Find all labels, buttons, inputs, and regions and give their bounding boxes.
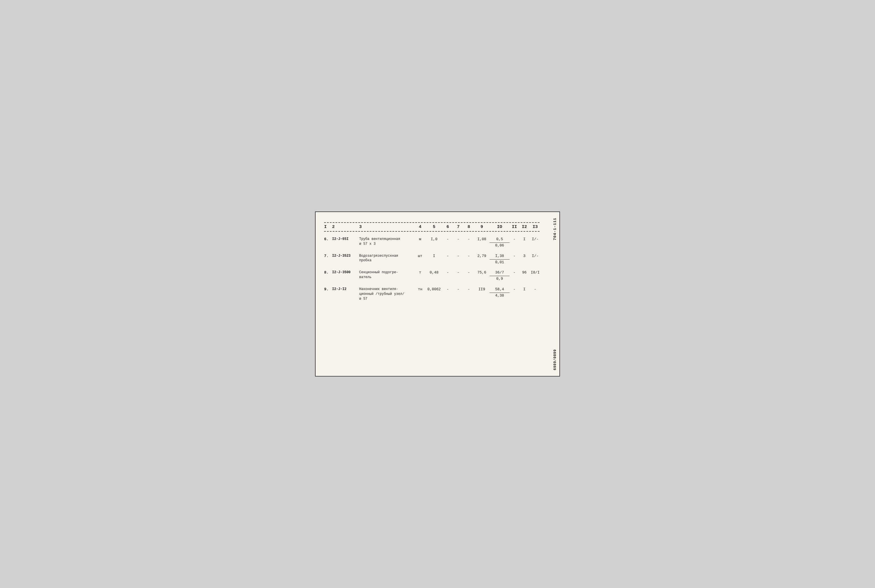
- row-col12: 3: [519, 254, 529, 259]
- row-num: 6.: [324, 237, 332, 242]
- table-row: 8. I2-J-3500 Секционный подогре- ватель …: [324, 270, 540, 282]
- row-col12: 96: [519, 270, 529, 276]
- document-page: 704-1-111 6989/0899 I 2 3 4 5 6 7 8 9 IO…: [315, 212, 560, 376]
- row-col4: м: [415, 237, 425, 242]
- row-code: I2-J-I2: [332, 287, 359, 292]
- header-col5: 5: [425, 225, 443, 230]
- table-row: 7. I2-J-3523 Водозагрязеспускная пробка …: [324, 254, 540, 265]
- row-col12: I: [519, 237, 529, 242]
- header-col13: I3: [529, 225, 541, 230]
- row-col5: I: [425, 254, 443, 259]
- table-header: I 2 3 4 5 6 7 8 9 IO II I2 I3: [324, 225, 540, 230]
- row-col7: -: [453, 237, 464, 242]
- header-col6: 6: [443, 225, 453, 230]
- row-num: 9.: [324, 287, 332, 292]
- row-col8: -: [464, 270, 474, 276]
- row-col4: т: [415, 270, 425, 276]
- row-col6: -: [443, 287, 453, 292]
- row-name: Секционный подогре- ватель: [359, 270, 415, 280]
- row-col10: 36/7 0,9: [490, 270, 510, 282]
- header-col3: 3: [359, 225, 415, 230]
- row-code: I2-J-3500: [332, 270, 359, 275]
- header-col2: 2: [332, 225, 359, 230]
- row-col11: -: [510, 287, 519, 292]
- side-label-bottom: 6989/0899: [553, 349, 557, 370]
- table-row: 9. I2-J-I2 Наконечник вентиля- ционный /…: [324, 287, 540, 301]
- row-name: Наконечник вентиля- ционный /трубный узе…: [359, 287, 415, 301]
- row-code: I2-J-3523: [332, 254, 359, 258]
- row-col5: 0,48: [425, 270, 443, 276]
- row-col8: -: [464, 237, 474, 242]
- row-col10: 58,4 4,38: [490, 287, 510, 298]
- row-col6: -: [443, 270, 453, 276]
- row-col11: -: [510, 237, 519, 242]
- header-col10: IO: [490, 225, 510, 230]
- header-col7: 7: [453, 225, 464, 230]
- side-label-top: 704-1-111: [553, 218, 557, 240]
- row-col7: -: [453, 254, 464, 259]
- row-col13: I/-: [529, 237, 541, 242]
- row-col9: 75,6: [474, 270, 490, 276]
- row-col6: -: [443, 254, 453, 259]
- row-col9: 2,79: [474, 254, 490, 259]
- header-col12: I2: [519, 225, 529, 230]
- row-col5: I,0: [425, 237, 443, 242]
- row-col8: -: [464, 254, 474, 259]
- row-code: I2-J-65I: [332, 237, 359, 242]
- header-bottom-dashed-line: [324, 231, 540, 232]
- header-col9: 9: [474, 225, 490, 230]
- row-col7: -: [453, 287, 464, 292]
- row-col6: -: [443, 237, 453, 242]
- row-num: 8.: [324, 270, 332, 276]
- row-col13: -: [529, 287, 541, 292]
- row-col9: II9: [474, 287, 490, 292]
- header-col8: 8: [464, 225, 474, 230]
- header-col1: I: [324, 225, 332, 230]
- row-name: Труба вентиляционная ø 57 x 3: [359, 237, 415, 246]
- row-col9: I,08: [474, 237, 490, 242]
- header-col11: II: [510, 225, 519, 230]
- row-col4: шт: [415, 254, 425, 259]
- row-col11: -: [510, 270, 519, 276]
- row-name: Водозагрязеспускная пробка: [359, 254, 415, 263]
- content-area: I 2 3 4 5 6 7 8 9 IO II I2 I3 6. I2-J-65…: [324, 222, 540, 301]
- row-col10: 0,5 0,06: [490, 237, 510, 249]
- row-col13: I/-: [529, 254, 541, 259]
- row-col8: -: [464, 287, 474, 292]
- header-col4: 4: [415, 225, 425, 230]
- table-row: 6. I2-J-65I Труба вентиляционная ø 57 x …: [324, 237, 540, 249]
- row-col5: 0,0062: [425, 287, 443, 292]
- row-col13: I8/I: [529, 270, 541, 276]
- top-dashed-line: [324, 222, 540, 223]
- row-col12: I: [519, 287, 529, 292]
- row-col4: тн: [415, 287, 425, 292]
- row-col11: -: [510, 254, 519, 259]
- row-col10: I,38 0,01: [490, 254, 510, 265]
- row-num: 7.: [324, 254, 332, 259]
- row-col7: -: [453, 270, 464, 276]
